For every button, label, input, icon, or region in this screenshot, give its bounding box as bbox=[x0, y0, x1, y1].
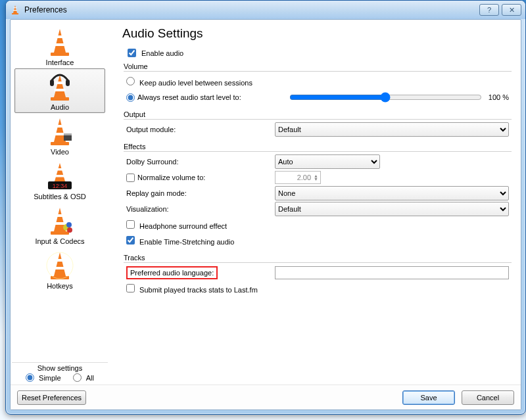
output-module-combo[interactable]: Default bbox=[275, 122, 509, 137]
sidebar-item-hotkeys[interactable]: Hotkeys bbox=[14, 247, 105, 292]
svg-rect-9 bbox=[55, 82, 64, 84]
footer: Reset Preferences Save Cancel bbox=[11, 385, 521, 409]
reset-level-option[interactable]: Always reset audio start level to: bbox=[126, 93, 275, 102]
sidebar-item-subtitles[interactable]: 12:34 Subtitles & OSD bbox=[14, 158, 105, 202]
enable-audio-checkbox[interactable] bbox=[128, 49, 136, 57]
reset-level-label: Always reset audio start level to: bbox=[137, 93, 241, 101]
dolby-combo[interactable]: Auto bbox=[275, 154, 380, 169]
headphone-field[interactable]: Headphone surround effect bbox=[126, 220, 227, 230]
svg-rect-16 bbox=[55, 133, 66, 135]
svg-rect-12 bbox=[50, 80, 54, 86]
cone-icon bbox=[44, 26, 76, 58]
svg-point-30 bbox=[66, 222, 72, 227]
headphone-checkbox[interactable] bbox=[126, 220, 135, 229]
group-effects: Effects Dolby Surround: Auto bbox=[124, 143, 512, 251]
replay-combo[interactable]: None bbox=[275, 186, 509, 200]
radio-all[interactable] bbox=[73, 373, 82, 382]
output-module-label: Output module: bbox=[126, 126, 275, 133]
show-settings: Show settings Simple All bbox=[12, 361, 108, 383]
svg-rect-5 bbox=[55, 35, 64, 38]
svg-rect-33 bbox=[55, 259, 64, 262]
volume-percent: 100 % bbox=[489, 93, 509, 101]
normalize-field[interactable]: Normalize volume to: bbox=[126, 174, 275, 182]
svg-rect-10 bbox=[55, 89, 66, 91]
settings-mode-simple[interactable]: Simple bbox=[26, 373, 61, 382]
keep-level-radio[interactable] bbox=[126, 77, 135, 85]
svg-rect-15 bbox=[55, 125, 64, 128]
save-button[interactable]: Save bbox=[402, 390, 455, 405]
svg-marker-20 bbox=[55, 163, 65, 181]
sidebar-item-label: Video bbox=[51, 148, 69, 156]
svg-rect-27 bbox=[55, 222, 66, 225]
reset-preferences-button[interactable]: Reset Preferences bbox=[17, 390, 86, 405]
stepper-arrows-icon: ▲▼ bbox=[314, 174, 318, 181]
cancel-button[interactable]: Cancel bbox=[462, 390, 514, 405]
sidebar-item-interface[interactable]: Interface bbox=[14, 24, 105, 68]
pref-lang-label: Preferred audio language: bbox=[130, 269, 214, 277]
group-volume: Volume Keep audio level between sessions bbox=[124, 62, 512, 108]
normalize-value: 2.00 bbox=[297, 174, 311, 181]
enable-audio-field[interactable]: Enable audio bbox=[128, 49, 512, 57]
svg-rect-28 bbox=[51, 231, 69, 235]
sidebar-item-label: Audio bbox=[51, 103, 69, 111]
svg-rect-6 bbox=[55, 43, 66, 46]
cone-glow-icon bbox=[44, 250, 76, 281]
group-tracks-title: Tracks bbox=[124, 254, 512, 263]
close-button[interactable]: ✕ bbox=[502, 4, 521, 16]
svg-rect-13 bbox=[66, 80, 70, 86]
svg-marker-4 bbox=[54, 29, 66, 53]
radio-simple[interactable] bbox=[26, 373, 34, 382]
pref-lang-label-wrap: Preferred audio language: bbox=[126, 266, 275, 279]
group-output: Output Output module: Default bbox=[124, 110, 512, 140]
show-settings-label: Show settings bbox=[12, 362, 108, 372]
reset-level-radio[interactable] bbox=[126, 93, 135, 102]
sidebar-item-audio[interactable]: Audio bbox=[14, 68, 105, 113]
svg-rect-18 bbox=[64, 135, 72, 141]
svg-rect-2 bbox=[13, 10, 17, 11]
svg-text:12:34: 12:34 bbox=[53, 183, 68, 189]
normalize-checkbox[interactable] bbox=[126, 174, 135, 182]
sidebar-item-label: Subtitles & OSD bbox=[34, 193, 85, 200]
preferences-window: Preferences ? ✕ Interface bbox=[5, 0, 526, 415]
volume-slider[interactable] bbox=[289, 92, 482, 103]
client-area: Interface Audio bbox=[10, 19, 521, 410]
enable-audio-label: Enable audio bbox=[141, 49, 183, 57]
svg-rect-3 bbox=[12, 13, 18, 14]
svg-rect-17 bbox=[51, 142, 69, 145]
svg-rect-34 bbox=[55, 267, 66, 269]
timestretch-field[interactable]: Enable Time-Stretching audio bbox=[126, 236, 234, 246]
viz-combo[interactable]: Default bbox=[275, 202, 509, 216]
lastfm-field[interactable]: Submit played tracks stats to Last.fm bbox=[126, 284, 258, 294]
normalize-label: Normalize volume to: bbox=[137, 174, 205, 181]
titlebar: Preferences ? ✕ bbox=[6, 1, 525, 19]
timestretch-checkbox[interactable] bbox=[126, 236, 135, 245]
sidebar-item-input[interactable]: Input & Codecs bbox=[14, 202, 105, 247]
help-button[interactable]: ? bbox=[479, 4, 499, 16]
pref-lang-input[interactable] bbox=[275, 266, 509, 279]
sidebar: Interface Audio bbox=[11, 20, 109, 385]
cone-codecs-icon bbox=[44, 205, 76, 237]
pref-lang-highlight: Preferred audio language: bbox=[126, 266, 218, 279]
normalize-stepper[interactable]: 2.00 ▲▼ bbox=[275, 171, 321, 184]
group-output-title: Output bbox=[124, 110, 512, 120]
keep-level-option[interactable]: Keep audio level between sessions bbox=[126, 77, 252, 87]
viz-label: Visualization: bbox=[126, 205, 275, 213]
lastfm-label: Submit played tracks stats to Last.fm bbox=[139, 286, 258, 294]
cone-headphones-icon bbox=[44, 71, 76, 103]
svg-rect-11 bbox=[51, 97, 69, 101]
keep-level-label: Keep audio level between sessions bbox=[139, 79, 252, 87]
cone-osd-icon: 12:34 bbox=[44, 160, 76, 192]
lastfm-checkbox[interactable] bbox=[126, 284, 135, 292]
svg-rect-22 bbox=[55, 175, 65, 177]
svg-marker-0 bbox=[13, 5, 17, 13]
sidebar-item-label: Interface bbox=[46, 58, 74, 66]
dolby-label: Dolby Surround: bbox=[126, 158, 275, 166]
svg-rect-26 bbox=[55, 214, 64, 217]
settings-mode-all[interactable]: All bbox=[73, 373, 94, 382]
sidebar-item-label: Input & Codecs bbox=[35, 237, 84, 245]
window-title: Preferences bbox=[24, 5, 479, 14]
sidebar-item-video[interactable]: Video bbox=[14, 113, 105, 158]
vlc-cone-icon bbox=[10, 5, 20, 15]
sidebar-item-label: Hotkeys bbox=[47, 282, 73, 290]
group-volume-title: Volume bbox=[124, 62, 512, 72]
